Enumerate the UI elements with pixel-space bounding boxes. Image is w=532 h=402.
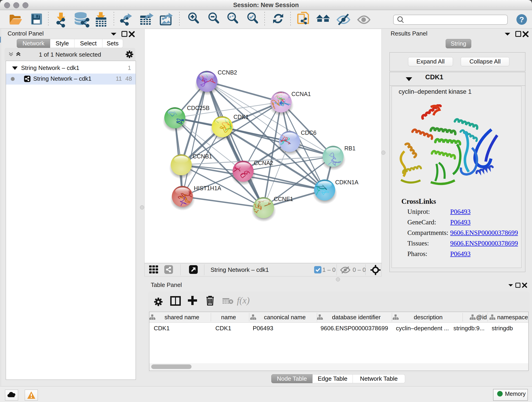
svg-text:CCNA1: CCNA1: [291, 91, 311, 97]
svg-text:CDC25B: CDC25B: [187, 105, 210, 111]
svg-text:CCNA2: CCNA2: [254, 160, 273, 166]
svg-text:CCNB1: CCNB1: [193, 153, 212, 160]
svg-text:CDKN1A: CDKN1A: [335, 179, 359, 185]
svg-text:CCNB2: CCNB2: [218, 69, 237, 76]
svg-text:CCNE1: CCNE1: [274, 196, 293, 202]
svg-text:CDK1: CDK1: [234, 114, 249, 120]
svg-text:HIST1H1A: HIST1H1A: [194, 185, 221, 191]
svg-text:RB1: RB1: [344, 145, 355, 152]
svg-text:CDC6: CDC6: [301, 129, 317, 136]
